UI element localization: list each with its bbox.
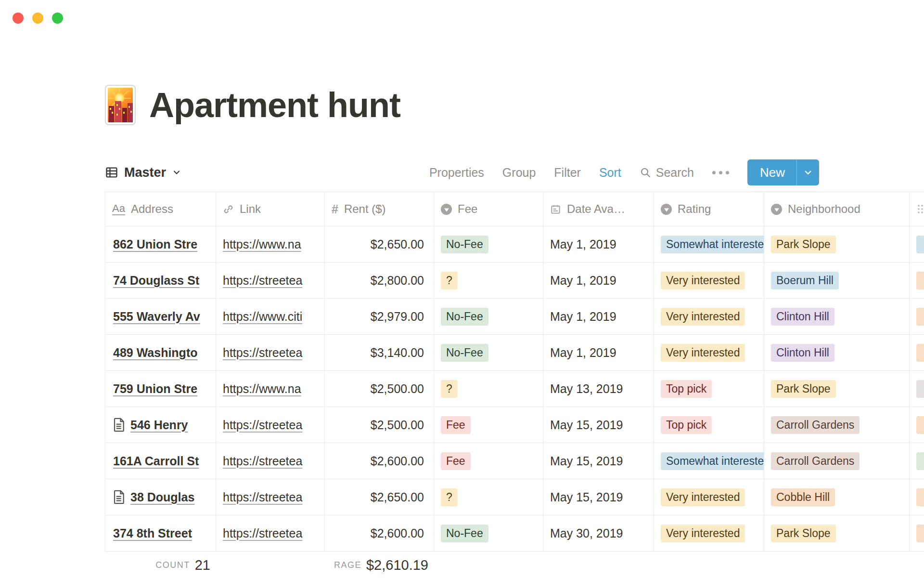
link-cell[interactable]: https://streetea [216, 443, 325, 479]
rent-cell[interactable]: $2,650.00 [325, 479, 434, 515]
rating-cell[interactable]: Very interested [654, 299, 764, 335]
extra-cell[interactable] [910, 407, 924, 443]
rating-cell[interactable]: Very interested [654, 335, 764, 371]
neighborhood-cell[interactable]: Clinton Hill [764, 335, 910, 371]
rent-value: $3,140.00 [371, 346, 424, 360]
extra-cell[interactable] [910, 443, 924, 479]
address-cell[interactable]: 74 Douglass St [105, 263, 216, 299]
more-options-button[interactable] [712, 171, 729, 174]
link-cell[interactable]: https://streetea [216, 479, 325, 515]
rating-cell[interactable]: Very interested [654, 515, 764, 552]
address-cell[interactable]: 862 Union Stre [105, 226, 216, 263]
sort-button[interactable]: Sort [599, 166, 621, 180]
neighborhood-cell[interactable]: Park Slope [764, 515, 910, 552]
extra-cell[interactable] [910, 479, 924, 515]
fee-cell[interactable]: ? [434, 263, 543, 299]
page-emoji-sunset-city-icon[interactable] [105, 85, 136, 125]
rent-cell[interactable]: $2,650.00 [325, 226, 434, 263]
extra-cell[interactable] [910, 226, 924, 263]
date-available-cell[interactable]: May 30, 2019 [543, 515, 654, 552]
rent-cell[interactable]: $2,500.00 [325, 407, 434, 443]
rating-cell[interactable]: Somewhat interested [654, 443, 764, 479]
neighborhood-cell[interactable]: Carroll Gardens [764, 407, 910, 443]
date-available-cell[interactable]: May 15, 2019 [543, 407, 654, 443]
column-header-link[interactable]: Link [216, 192, 325, 226]
rating-cell[interactable]: Somewhat interested [654, 226, 764, 263]
fee-cell[interactable]: ? [434, 371, 543, 407]
column-header-address[interactable]: Aa Address [105, 192, 216, 226]
column-header-date-available[interactable]: Date Ava… [543, 192, 654, 226]
column-header-neighborhood[interactable]: Neighborhood [764, 192, 910, 226]
neighborhood-cell[interactable]: Cobble Hill [764, 479, 910, 515]
rating-cell[interactable]: Very interested [654, 479, 764, 515]
rent-cell[interactable]: $3,140.00 [325, 335, 434, 371]
view-switcher[interactable]: Master [105, 165, 181, 180]
date-available-cell[interactable]: May 1, 2019 [543, 335, 654, 371]
address-cell[interactable]: 489 Washingto [105, 335, 216, 371]
filter-button[interactable]: Filter [554, 166, 581, 180]
number-property-icon: # [332, 202, 338, 216]
zoom-window-button[interactable] [52, 13, 63, 24]
extra-cell[interactable] [910, 515, 924, 552]
link-cell[interactable]: https://www.na [216, 371, 325, 407]
date-available-cell[interactable]: May 1, 2019 [543, 226, 654, 263]
address-cell[interactable]: 374 8th Street [105, 515, 216, 552]
date-available-cell[interactable]: May 13, 2019 [543, 371, 654, 407]
link-cell[interactable]: https://streetea [216, 407, 325, 443]
neighborhood-cell[interactable]: Boerum Hill [764, 263, 910, 299]
address-cell[interactable]: 38 Douglas [105, 479, 216, 515]
extra-cell[interactable] [910, 371, 924, 407]
column-header-rent[interactable]: # Rent ($) [325, 192, 434, 226]
link-cell[interactable]: https://www.citi [216, 299, 325, 335]
rating-cell[interactable]: Very interested [654, 263, 764, 299]
average-aggregate[interactable]: RAGE $2,610.19 [325, 552, 434, 578]
neighborhood-cell[interactable]: Park Slope [764, 226, 910, 263]
fee-cell[interactable]: No-Fee [434, 299, 543, 335]
column-header-fee[interactable]: Fee [434, 192, 543, 226]
rent-cell[interactable]: $2,600.00 [325, 443, 434, 479]
count-aggregate[interactable]: COUNT 21 [105, 552, 216, 578]
date-available-cell[interactable]: May 1, 2019 [543, 263, 654, 299]
link-cell[interactable]: https://streetea [216, 515, 325, 552]
fee-cell[interactable]: No-Fee [434, 335, 543, 371]
fee-cell[interactable]: Fee [434, 443, 543, 479]
new-button-dropdown[interactable] [796, 159, 819, 185]
extra-cell[interactable] [910, 335, 924, 371]
neighborhood-cell[interactable]: Carroll Gardens [764, 443, 910, 479]
address-cell[interactable]: 546 Henry [105, 407, 216, 443]
search-button[interactable]: Search [640, 166, 694, 180]
new-button-main[interactable]: New [747, 159, 796, 185]
link-cell[interactable]: https://www.na [216, 226, 325, 263]
date-available-cell[interactable]: May 1, 2019 [543, 299, 654, 335]
fee-cell[interactable]: No-Fee [434, 226, 543, 263]
neighborhood-cell[interactable]: Clinton Hill [764, 299, 910, 335]
column-header-rating[interactable]: Rating [654, 192, 764, 226]
link-cell[interactable]: https://streetea [216, 335, 325, 371]
rating-cell[interactable]: Top pick [654, 371, 764, 407]
neighborhood-cell[interactable]: Park Slope [764, 371, 910, 407]
close-window-button[interactable] [13, 13, 24, 24]
properties-button[interactable]: Properties [429, 166, 484, 180]
address-cell[interactable]: 161A Carroll St [105, 443, 216, 479]
fee-cell[interactable]: ? [434, 479, 543, 515]
extra-cell[interactable] [910, 263, 924, 299]
rating-cell[interactable]: Top pick [654, 407, 764, 443]
address-cell[interactable]: 555 Waverly Av [105, 299, 216, 335]
date-available-cell[interactable]: May 15, 2019 [543, 443, 654, 479]
date-available-cell[interactable]: May 15, 2019 [543, 479, 654, 515]
neighborhood-tag: Park Slope [771, 525, 836, 542]
rent-cell[interactable]: $2,979.00 [325, 299, 434, 335]
extra-cell[interactable] [910, 299, 924, 335]
rent-cell[interactable]: $2,800.00 [325, 263, 434, 299]
fee-cell[interactable]: No-Fee [434, 515, 543, 552]
minimize-window-button[interactable] [32, 13, 43, 24]
average-value: $2,610.19 [366, 557, 428, 573]
link-cell[interactable]: https://streetea [216, 263, 325, 299]
rent-cell[interactable]: $2,600.00 [325, 515, 434, 552]
column-header-extra[interactable] [910, 192, 924, 226]
address-cell[interactable]: 759 Union Stre [105, 371, 216, 407]
rent-cell[interactable]: $2,500.00 [325, 371, 434, 407]
page-title[interactable]: Apartment hunt [149, 85, 400, 125]
group-button[interactable]: Group [502, 166, 536, 180]
fee-cell[interactable]: Fee [434, 407, 543, 443]
